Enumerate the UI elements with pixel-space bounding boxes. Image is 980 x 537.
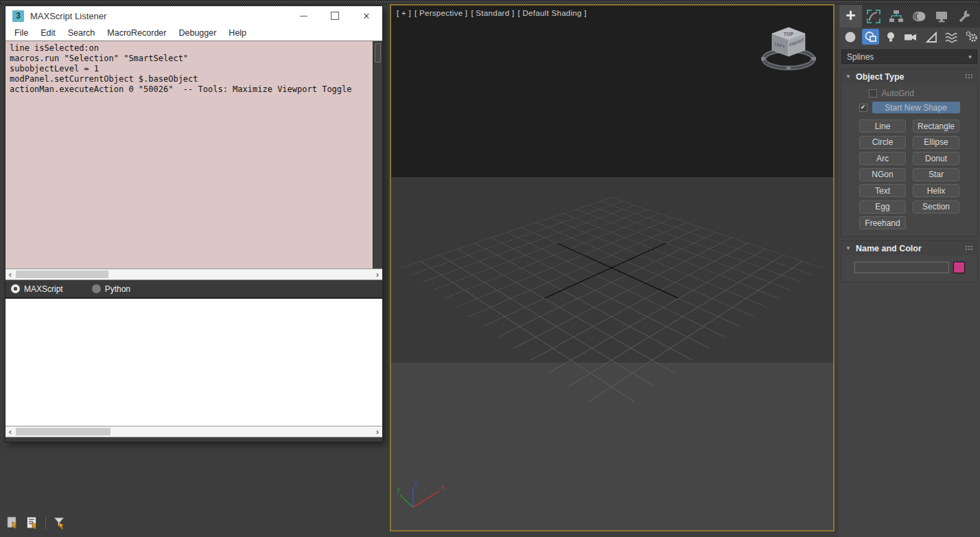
maxscript-radio-option[interactable]: MAXScript [11, 284, 63, 294]
menu-help[interactable]: Help [222, 28, 253, 38]
menu-edit[interactable]: Edit [34, 28, 62, 38]
rollout-header[interactable]: ▼ Object Type [841, 69, 977, 84]
radio-selected-icon[interactable] [11, 284, 20, 293]
divider [45, 516, 46, 529]
section-button[interactable]: Section [913, 201, 959, 214]
code-line: actionMan.executeAction 0 "50026" -- Too… [10, 84, 378, 95]
line-button[interactable]: Line [859, 119, 906, 133]
radio-label: Python [105, 284, 130, 294]
menu-file[interactable]: File [8, 28, 34, 38]
tab-hierarchy[interactable] [885, 5, 907, 27]
menu-macrorecorder[interactable]: MacroRecorder [101, 28, 172, 38]
listener-input-pane[interactable] [5, 297, 382, 426]
grip-dots-icon [965, 245, 973, 251]
z-axis-label: z [415, 479, 418, 487]
scroll-left-icon[interactable]: ‹ [5, 269, 15, 279]
maximize-button[interactable] [319, 6, 351, 25]
layer-explorer-icon[interactable] [25, 516, 39, 530]
scroll-right-icon[interactable]: › [373, 269, 382, 279]
rollout-title: Object Type [856, 72, 905, 82]
category-helpers[interactable] [923, 29, 940, 45]
status-bar-icons [5, 516, 67, 530]
y-axis-label: y [397, 485, 400, 493]
horizontal-scrollbar[interactable]: ‹ › [5, 268, 382, 280]
maxscript-listener-window: 3 MAXScript Listener ✕ File Edit Search … [5, 5, 383, 442]
autogrid-checkbox[interactable] [869, 89, 877, 98]
minimize-button[interactable] [288, 6, 319, 25]
shape-buttons-grid: Line Rectangle Circle Ellipse Arc Donut … [841, 119, 977, 229]
freehand-button[interactable]: Freehand [859, 216, 906, 229]
create-plus-icon: + [845, 7, 856, 24]
tab-utilities[interactable] [953, 5, 975, 27]
viewcube-top-label[interactable]: TOP [784, 32, 794, 36]
ellipse-button[interactable]: Ellipse [913, 136, 959, 149]
maximize-icon [331, 12, 339, 20]
tab-create[interactable]: + [839, 5, 862, 27]
3dsmax-logo-icon: 3 [12, 10, 24, 22]
listener-titlebar[interactable]: 3 MAXScript Listener ✕ [5, 6, 382, 25]
name-and-color-rollout: ▼ Name and Color [841, 240, 978, 282]
category-lights[interactable] [883, 29, 899, 45]
category-systems[interactable] [964, 29, 980, 45]
tab-modify[interactable] [862, 5, 885, 27]
arc-button[interactable]: Arc [859, 152, 906, 165]
listener-menubar: File Edit Search MacroRecorder Debugger … [5, 25, 382, 41]
helix-button[interactable]: Helix [913, 184, 959, 197]
text-button[interactable]: Text [859, 184, 906, 197]
x-axis-label: x [441, 483, 444, 491]
modify-icon [866, 9, 881, 24]
radio-unselected-icon[interactable] [92, 284, 101, 293]
point-of-view-menu[interactable]: [ Perspective ] [415, 9, 467, 17]
egg-button[interactable]: Egg [859, 201, 906, 214]
tab-motion[interactable] [907, 5, 930, 27]
start-new-shape-checkbox[interactable]: ✔ [859, 104, 867, 112]
circle-button[interactable]: Circle [859, 136, 906, 149]
rectangle-button[interactable]: Rectangle [913, 119, 959, 133]
horizontal-scrollbar[interactable]: ‹ › [5, 426, 382, 437]
scrollbar-thumb[interactable] [375, 43, 381, 62]
donut-button[interactable]: Donut [913, 152, 959, 165]
start-new-shape-button[interactable]: Start New Shape [872, 102, 960, 113]
vertical-scrollbar[interactable] [373, 41, 382, 268]
geometry-sphere-icon [844, 31, 856, 43]
scroll-left-icon[interactable]: ‹ [5, 426, 15, 437]
3ds-max-app: 3 MAXScript Listener ✕ File Edit Search … [0, 0, 980, 537]
systems-gears-icon [965, 31, 979, 43]
category-cameras[interactable] [902, 29, 919, 45]
macro-recorder-output[interactable]: line isSelected:on macros.run "Selection… [5, 41, 382, 268]
menu-search[interactable]: Search [62, 28, 102, 38]
ngon-button[interactable]: NGon [859, 168, 906, 181]
object-name-input[interactable] [854, 262, 949, 273]
star-button[interactable]: Star [913, 168, 959, 181]
general-viewport-menu[interactable]: [ + ] [397, 9, 411, 17]
scroll-right-icon[interactable]: › [373, 426, 382, 437]
autogrid-label: AutoGrid [882, 89, 950, 98]
radio-label: MAXScript [24, 284, 63, 294]
category-space-warps[interactable] [943, 29, 959, 45]
chevron-down-icon: ▾ [968, 53, 972, 60]
close-button[interactable]: ✕ [351, 6, 382, 25]
tab-display[interactable] [930, 5, 953, 27]
scrollbar-thumb[interactable] [16, 271, 108, 278]
object-color-swatch[interactable] [953, 262, 965, 273]
python-radio-option[interactable]: Python [92, 284, 130, 294]
viewport-label-menus: [ + ] [ Perspective ] [ Standard ] [ Def… [397, 9, 587, 17]
shapes-icon [865, 31, 877, 43]
rollout-header[interactable]: ▼ Name and Color [841, 241, 977, 255]
rollout-open-icon: ▼ [845, 245, 851, 251]
shading-menu[interactable]: [ Default Shading ] [517, 9, 586, 17]
perspective-viewport[interactable]: [ + ] [ Perspective ] [ Standard ] [ Def… [390, 4, 835, 532]
command-panel-tabs: + [839, 5, 980, 27]
menu-debugger[interactable]: Debugger [172, 28, 222, 38]
command-panel: + [839, 5, 980, 537]
scrollbar-thumb[interactable] [16, 428, 110, 435]
category-geometry[interactable] [842, 29, 859, 45]
shape-subcategory-dropdown[interactable]: Splines ▾ [841, 49, 977, 64]
category-shapes[interactable] [862, 29, 878, 45]
viewcube[interactable]: TOP LEFT FRONT [758, 23, 819, 73]
selection-filter-icon[interactable] [52, 516, 67, 530]
world-axis-tripod: z y x [395, 478, 450, 514]
renderer-menu[interactable]: [ Standard ] [471, 9, 514, 17]
scene-explorer-icon[interactable] [5, 516, 19, 530]
window-frame-bottom [5, 437, 382, 442]
